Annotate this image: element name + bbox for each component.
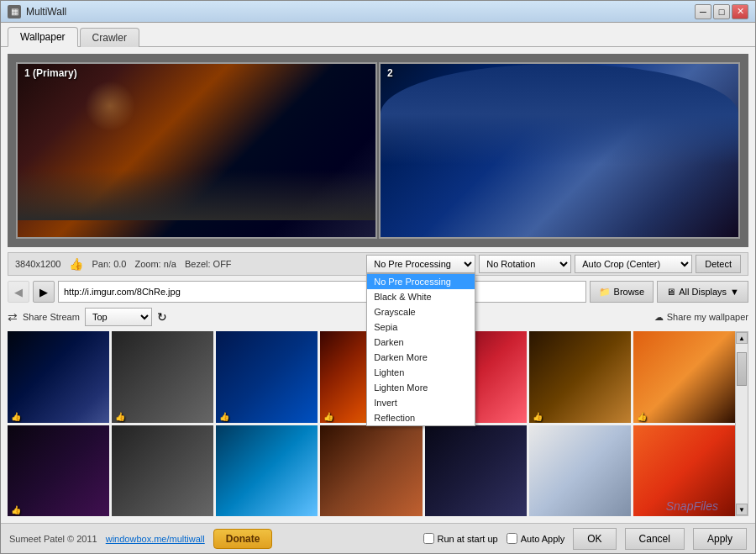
popup-item-darken-more[interactable]: Darken More [367,350,475,365]
detect-button[interactable]: Detect [696,255,741,273]
browse-button[interactable]: 📁 Browse [590,281,654,303]
tab-bar: Wallpaper Crawler [1,23,755,47]
tab-wallpaper[interactable]: Wallpaper [8,27,78,47]
shuffle-icon[interactable]: ⇄ [8,310,18,324]
list-item[interactable] [216,425,318,517]
window-controls: ─ □ ✕ [695,4,748,19]
list-item[interactable]: 👍 [633,331,735,423]
main-content: 1 (Primary) 2 3840x1200 👍 Pan: 0.0 Zoom:… [1,47,755,523]
maximize-button[interactable]: □ [713,4,730,19]
status-bar: 3840x1200 👍 Pan: 0.0 Zoom: n/a Bezel: OF… [8,252,748,276]
list-item[interactable] [425,425,527,517]
thumb-like-icon: 👍 [115,412,125,421]
bottom-bar: Sumeet Patel © 2011 windowbox.me/multiwa… [1,523,755,553]
popup-item-invert[interactable]: Invert [367,395,475,410]
top-select[interactable]: Top Recent Random [85,308,152,326]
list-item[interactable] [529,425,631,517]
popup-item-sepia[interactable]: Sepia [367,319,475,335]
thumb-like-icon: 👍 [533,412,543,421]
popup-item-bw[interactable]: Black & White [367,289,475,304]
auto-apply-label: Auto Apply [521,534,565,544]
zoom-text: Zoom: n/a [134,259,176,269]
auto-apply-group: Auto Apply [507,533,565,544]
popup-item-lighten[interactable]: Lighten [367,365,475,380]
list-item[interactable] [320,425,422,517]
monitor-icon: 🖥 [666,287,675,297]
bezel-text: Bezel: OFF [185,259,232,269]
app-icon: ▦ [8,5,21,18]
monitor-secondary[interactable]: 2 [379,62,740,239]
run-at-startup-group: Run at start up [423,533,498,544]
auto-apply-checkbox[interactable] [507,533,517,544]
thumb-like-icon: 👍 [219,412,229,421]
close-button[interactable]: ✕ [732,4,748,19]
processing-dropdown-wrapper: No Pre Processing Black & White Grayscal… [366,255,475,273]
popup-item-darken[interactable]: Darken [367,335,475,350]
popup-item-reflection[interactable]: Reflection [367,410,475,425]
apply-button[interactable]: Apply [693,528,747,550]
list-item[interactable]: 👍 [529,331,631,423]
donate-button[interactable]: Donate [213,529,273,549]
app-window: ▦ MultiWall ─ □ ✕ Wallpaper Crawler 1 (P… [0,0,756,554]
scroll-down-button[interactable]: ▼ [736,504,748,515]
run-at-startup-checkbox[interactable] [423,533,434,544]
thumb-like-icon: 👍 [323,412,333,421]
rotation-select[interactable]: No Rotation [479,255,571,273]
thumb-like-icon: 👍 [11,412,21,421]
scroll-track[interactable] [736,344,748,504]
processing-select[interactable]: No Pre Processing Black & White Grayscal… [366,255,475,273]
url-input[interactable] [58,281,586,303]
preview-area: 1 (Primary) 2 [8,54,748,247]
thumb-like-icon: 👍 [11,505,21,514]
popup-item-grayscale[interactable]: Grayscale [367,304,475,319]
cancel-button[interactable]: Cancel [625,528,685,550]
forward-button[interactable]: ▶ [33,281,55,303]
website-link[interactable]: windowbox.me/multiwall [106,534,205,544]
back-button[interactable]: ◀ [8,281,29,303]
list-item[interactable]: 👍 [112,331,213,423]
share-stream-label: Share Stream [23,312,80,322]
ok-button[interactable]: OK [573,528,616,550]
processing-popup: No Pre Processing Black & White Grayscal… [366,273,475,426]
resolution-text: 3840x1200 [15,259,60,269]
pan-text: Pan: 0.0 [92,259,126,269]
monitor-primary[interactable]: 1 (Primary) [16,62,377,239]
minimize-button[interactable]: ─ [695,4,711,19]
processing-dropdown-container: No Pre Processing Black & White Grayscal… [366,255,741,273]
dropdown-arrow-icon: ▼ [730,287,739,297]
monitor-primary-label: 1 (Primary) [24,67,77,79]
all-displays-button[interactable]: 🖥 All Displays ▼ [657,281,748,303]
watermark: SnapFiles [666,499,718,513]
title-bar: ▦ MultiWall ─ □ ✕ [1,1,755,23]
list-item[interactable]: 👍 [8,331,109,423]
copyright-text: Sumeet Patel © 2011 [9,534,97,544]
scroll-thumb[interactable] [737,352,747,386]
tab-crawler[interactable]: Crawler [80,28,139,47]
list-item[interactable]: 👍 [216,331,318,423]
folder-icon: 📁 [599,287,611,298]
scroll-up-button[interactable]: ▲ [736,332,748,344]
like-icon[interactable]: 👍 [69,257,83,271]
list-item[interactable] [112,425,213,517]
monitor-secondary-label: 2 [387,67,393,79]
run-at-startup-label: Run at start up [438,534,498,544]
popup-item-lighten-more[interactable]: Lighten More [367,380,475,395]
share-my-wallpaper-button[interactable]: ☁ Share my wallpaper [654,312,748,323]
crop-select[interactable]: Auto Crop (Center) [575,255,692,273]
upload-icon: ☁ [654,312,664,323]
window-title: MultiWall [26,6,695,18]
refresh-icon[interactable]: ↻ [157,310,167,324]
scrollbar[interactable]: ▲ ▼ [735,331,748,516]
list-item[interactable]: 👍 [8,425,109,517]
thumb-like-icon: 👍 [637,412,647,421]
popup-item-no-processing[interactable]: No Pre Processing [367,274,475,289]
